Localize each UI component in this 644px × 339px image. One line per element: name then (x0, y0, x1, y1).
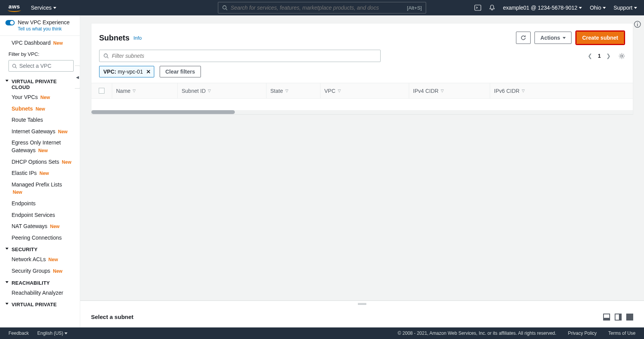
actions-label: Actions (540, 35, 560, 41)
dashboard-label: VPC Dashboard (12, 40, 51, 46)
help-panel-icon[interactable] (634, 21, 641, 28)
sidebar-item[interactable]: Elastic IPs New (0, 168, 80, 179)
pane-splitter[interactable] (80, 300, 644, 307)
subnets-table: Name▽ Subnet ID▽ State▽ VPC▽ IPv4 CIDR▽ … (91, 83, 633, 114)
table-header-row: Name▽ Subnet ID▽ State▽ VPC▽ IPv4 CIDR▽ … (91, 83, 633, 99)
refresh-button[interactable] (516, 32, 531, 44)
new-badge: New (62, 159, 71, 165)
chevron-down-icon (53, 7, 56, 9)
sidebar-item[interactable]: DHCP Options Sets New (0, 156, 80, 168)
sidebar-section-header[interactable]: VIRTUAL PRIVATE (0, 299, 80, 309)
search-shortcut: [Alt+S] (407, 5, 422, 11)
filter-input-field[interactable] (112, 53, 376, 59)
select-all-checkbox[interactable] (99, 88, 105, 94)
clear-filters-button[interactable]: Clear filters (160, 66, 201, 77)
sidebar-item[interactable]: Endpoint Services (0, 210, 80, 221)
services-label: Services (31, 5, 52, 11)
language-selector[interactable]: English (US) (37, 331, 68, 336)
horizontal-scrollbar[interactable] (91, 110, 633, 114)
footer: Feedback English (US) © 2008 - 2021, Ama… (0, 327, 644, 339)
clear-filters-label: Clear filters (165, 69, 195, 75)
layout-bottom-button[interactable] (603, 314, 610, 321)
sidebar-section-header[interactable]: SECURITY (0, 243, 80, 254)
chevron-down-icon (64, 332, 67, 334)
chevron-down-icon (579, 7, 582, 9)
chip-value: my-vpc-01 (118, 69, 143, 75)
new-badge: New (53, 40, 63, 46)
detail-title: Select a subnet (91, 314, 133, 320)
new-badge: New (40, 95, 50, 100)
main-content: Subnets Info Actions Create subnet (80, 15, 644, 327)
new-badge: New (38, 148, 48, 153)
chevron-down-icon (5, 303, 8, 305)
sidebar-item[interactable]: Subnets New (0, 103, 80, 115)
sidebar-item[interactable]: Endpoints (0, 198, 80, 210)
vpc-filter-select[interactable]: Select a VPC (8, 60, 74, 72)
gear-icon (619, 53, 625, 59)
feedback-link[interactable]: Feedback (8, 331, 29, 336)
cloudshell-icon[interactable] (474, 4, 481, 11)
sort-icon: ▽ (285, 89, 288, 93)
new-badge: New (58, 129, 68, 134)
chip-key: VPC: (103, 69, 116, 75)
sort-icon: ▽ (522, 89, 525, 93)
sidebar-item[interactable]: Security Groups New (0, 265, 80, 277)
aws-logo[interactable]: aws (7, 3, 22, 12)
account-menu[interactable]: example01 @ 1234-5678-9012 (503, 5, 582, 11)
page-title: Subnets (99, 34, 130, 42)
svg-point-10 (621, 55, 623, 57)
create-subnet-button[interactable]: Create subnet (577, 32, 624, 44)
notifications-icon[interactable] (489, 5, 495, 11)
table-empty-body (91, 99, 633, 110)
privacy-link[interactable]: Privacy Policy (568, 331, 597, 336)
new-vpc-experience-toggle: New VPC Experience Tell us what you thin… (0, 15, 80, 36)
column-state[interactable]: State▽ (266, 83, 320, 98)
sidebar-section-header[interactable]: VIRTUAL PRIVATE CLOUD (0, 76, 80, 92)
sort-icon: ▽ (133, 89, 136, 93)
sidebar-collapse-handle[interactable]: ◀ (75, 65, 80, 89)
experience-feedback-link[interactable]: Tell us what you think (18, 26, 70, 32)
sidebar-item[interactable]: Network ACLs New (0, 254, 80, 265)
prev-page-button[interactable]: ❮ (588, 53, 592, 59)
sidebar-item[interactable]: Route Tables (0, 114, 80, 126)
chevron-down-icon (603, 7, 606, 9)
column-subnet-id[interactable]: Subnet ID▽ (178, 83, 266, 98)
sidebar-section-header[interactable]: REACHABILITY (0, 277, 80, 287)
table-settings-button[interactable] (619, 53, 625, 59)
sidebar-item[interactable]: Managed Prefix Lists New (0, 179, 80, 198)
column-ipv6-cidr[interactable]: IPv6 CIDR▽ (490, 83, 633, 98)
experience-toggle[interactable] (5, 20, 15, 25)
create-subnet-label: Create subnet (582, 35, 618, 41)
sidebar-item[interactable]: NAT Gateways New (0, 221, 80, 232)
info-link[interactable]: Info (133, 35, 142, 41)
layout-full-button[interactable] (626, 314, 633, 321)
filter-by-vpc-label: Filter by VPC: (0, 47, 80, 59)
filter-subnets-input[interactable] (99, 50, 381, 62)
column-vpc[interactable]: VPC▽ (320, 83, 409, 98)
sidebar-item[interactable]: Reachability Analyzer (0, 287, 80, 299)
actions-button[interactable]: Actions (534, 32, 571, 44)
sidebar-item[interactable]: Egress Only Internet Gateways New (0, 137, 80, 156)
region-menu[interactable]: Ohio (590, 5, 606, 11)
chevron-down-icon (563, 37, 566, 39)
terms-link[interactable]: Terms of Use (608, 331, 636, 336)
column-name[interactable]: Name▽ (112, 83, 178, 98)
chevron-down-icon (5, 281, 8, 283)
layout-side-button[interactable] (615, 314, 622, 321)
chip-remove-button[interactable]: ✕ (146, 69, 151, 75)
search-input[interactable] (231, 5, 404, 11)
svg-point-6 (637, 23, 638, 23)
support-menu[interactable]: Support (614, 5, 637, 11)
services-menu[interactable]: Services (31, 5, 56, 11)
new-badge: New (49, 257, 58, 262)
vpc-select-placeholder: Select a VPC (19, 63, 51, 69)
sidebar-item[interactable]: Internet Gateways New (0, 126, 80, 138)
column-ipv4-cidr[interactable]: IPv4 CIDR▽ (409, 83, 490, 98)
search-icon (222, 5, 228, 10)
account-label: example01 @ 1234-5678-9012 (503, 5, 577, 11)
global-search[interactable]: [Alt+S] (218, 2, 426, 13)
next-page-button[interactable]: ❯ (606, 53, 611, 59)
sidebar-item[interactable]: Your VPCs New (0, 92, 80, 103)
sidebar-item-vpc-dashboard[interactable]: VPC Dashboard New (0, 36, 80, 47)
sidebar-item[interactable]: Peering Connections (0, 232, 80, 244)
